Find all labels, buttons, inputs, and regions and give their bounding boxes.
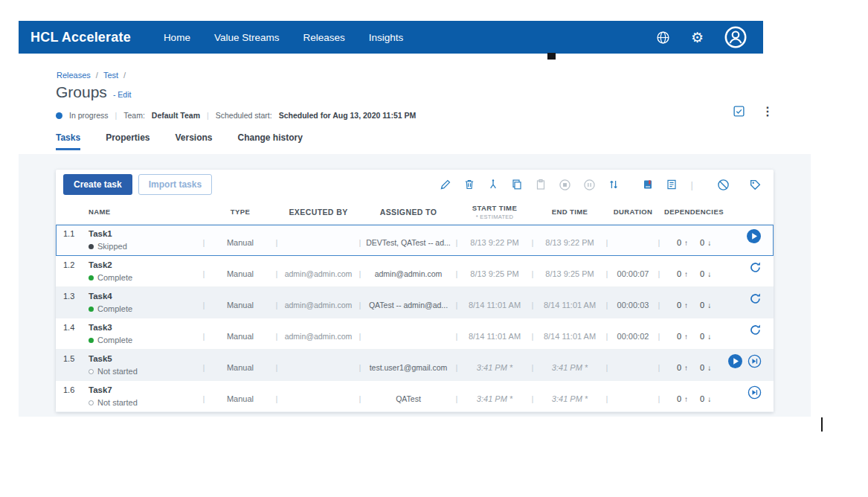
- edit-icon[interactable]: [440, 179, 451, 190]
- column-divider: [655, 350, 663, 380]
- tab-bar: Tasks Properties Versions Change history: [56, 132, 303, 150]
- task-name[interactable]: Task5: [89, 354, 112, 363]
- task-type: Manual: [208, 256, 273, 286]
- task-number: 1.5: [63, 350, 89, 380]
- nav-item-insights[interactable]: Insights: [369, 32, 404, 43]
- block-icon[interactable]: [717, 179, 730, 191]
- settings-gear-icon[interactable]: [691, 31, 704, 45]
- arrow-up-icon: [684, 270, 688, 278]
- tag-icon[interactable]: [749, 179, 762, 191]
- status-text: Not started: [97, 367, 138, 376]
- arrow-up-icon: [684, 301, 688, 310]
- row-actions: [725, 287, 766, 318]
- executed-by: admin@admin.com: [280, 256, 356, 286]
- task-number: 1.6: [63, 381, 89, 411]
- copy-icon[interactable]: [511, 179, 523, 190]
- status-label: In progress: [69, 111, 109, 120]
- team-value: Default Team: [152, 111, 200, 120]
- import-tasks-button[interactable]: Import tasks: [138, 174, 212, 195]
- navbar-notch: [547, 53, 556, 60]
- skip-icon[interactable]: [748, 385, 762, 400]
- table-row[interactable]: 1.4 Task3 Complete Manual admin@admin.co…: [56, 318, 774, 350]
- table-body: 1.1 Task1 Skipped Manual DEVTest, QATest…: [56, 225, 774, 412]
- task-status: Not started: [89, 398, 138, 407]
- task-type: Manual: [208, 318, 273, 349]
- column-divider: [603, 318, 611, 349]
- table-row[interactable]: 1.2 Task2 Complete Manual admin@admin.co…: [56, 256, 774, 287]
- column-divider: [356, 287, 364, 318]
- header-start-time-label: START TIME: [472, 204, 517, 212]
- task-type: Manual: [208, 350, 273, 380]
- header-name: NAME: [89, 208, 200, 216]
- executed-by: [280, 350, 356, 380]
- task-name[interactable]: Task7: [89, 385, 112, 394]
- tab-versions[interactable]: Versions: [176, 132, 213, 150]
- rerun-icon[interactable]: [749, 261, 762, 274]
- column-divider: [356, 225, 364, 255]
- arrow-down-icon: [707, 395, 711, 403]
- arrow-down-icon: [707, 301, 711, 310]
- nav-item-releases[interactable]: Releases: [303, 32, 344, 43]
- task-name-cell: Task7 Not started: [89, 381, 200, 411]
- assigned-to: [364, 318, 453, 349]
- table-row[interactable]: 1.6 Task7 Not started Manual QATest 3:41…: [56, 381, 774, 412]
- breadcrumb-test[interactable]: Test: [103, 71, 118, 80]
- brand-logo[interactable]: HCL Accelerate: [30, 30, 131, 45]
- play-icon[interactable]: [727, 353, 743, 369]
- column-divider: [273, 381, 280, 411]
- branch-icon[interactable]: [487, 179, 499, 190]
- column-divider: [200, 318, 208, 349]
- runbook-icon[interactable]: [642, 179, 654, 190]
- tab-change-history[interactable]: Change history: [238, 132, 303, 150]
- column-divider: [356, 350, 364, 380]
- tab-properties[interactable]: Properties: [106, 132, 150, 150]
- breadcrumb-releases[interactable]: Releases: [57, 71, 91, 80]
- column-divider: [603, 381, 611, 411]
- rerun-icon[interactable]: [749, 292, 762, 305]
- header-start-time: START TIME * ESTIMATED: [460, 204, 529, 220]
- reorder-icon[interactable]: [608, 179, 620, 190]
- table-row[interactable]: 1.1 Task1 Skipped Manual DEVTest, QATest…: [56, 225, 774, 256]
- toolbar-divider: [691, 179, 693, 190]
- play-icon[interactable]: [746, 228, 762, 244]
- task-name[interactable]: Task1: [89, 229, 112, 238]
- stop-circle-icon[interactable]: [559, 179, 571, 191]
- column-divider: [273, 225, 280, 255]
- meta-divider: [115, 111, 118, 120]
- help-icon[interactable]: [656, 31, 670, 45]
- task-name-cell: Task1 Skipped: [89, 225, 200, 255]
- arrow-down-icon: [707, 364, 711, 372]
- nav-item-home[interactable]: Home: [164, 32, 190, 43]
- dependencies: 0 0: [663, 287, 725, 318]
- delete-icon[interactable]: [463, 179, 475, 190]
- approval-icon[interactable]: [733, 105, 745, 118]
- page-title: Groups: [56, 83, 107, 101]
- column-divider: [200, 225, 208, 255]
- start-time: 3:41 PM *: [460, 350, 529, 380]
- pause-circle-icon[interactable]: [583, 179, 596, 191]
- release-meta: In progress Team: Default Team Scheduled…: [56, 111, 416, 120]
- rerun-icon[interactable]: [749, 324, 762, 336]
- skip-icon[interactable]: [748, 354, 762, 368]
- task-name[interactable]: Task2: [89, 260, 112, 269]
- task-name[interactable]: Task4: [89, 292, 112, 301]
- create-task-button[interactable]: Create task: [63, 174, 132, 195]
- user-avatar[interactable]: [724, 26, 747, 48]
- log-icon[interactable]: [666, 179, 678, 190]
- column-divider: [453, 318, 460, 349]
- text-cursor-artifact: [821, 417, 823, 432]
- overflow-menu-icon[interactable]: [762, 104, 774, 118]
- table-row[interactable]: 1.3 Task4 Complete Manual admin@admin.co…: [56, 287, 774, 318]
- paste-icon[interactable]: [535, 179, 547, 190]
- task-name[interactable]: Task3: [89, 323, 112, 332]
- task-status: Complete: [89, 304, 132, 313]
- tab-tasks[interactable]: Tasks: [56, 132, 80, 150]
- table-row[interactable]: 1.5 Task5 Not started Manual test.user1@…: [56, 350, 774, 381]
- team-label: Team:: [123, 111, 145, 120]
- edit-title-link[interactable]: - Edit: [113, 90, 132, 99]
- nav-item-value-streams[interactable]: Value Streams: [214, 32, 280, 43]
- task-type: Manual: [208, 381, 273, 411]
- column-divider: [273, 318, 280, 349]
- deps-down-count: 0: [700, 332, 704, 341]
- start-time: 8/13 9:25 PM: [460, 256, 529, 286]
